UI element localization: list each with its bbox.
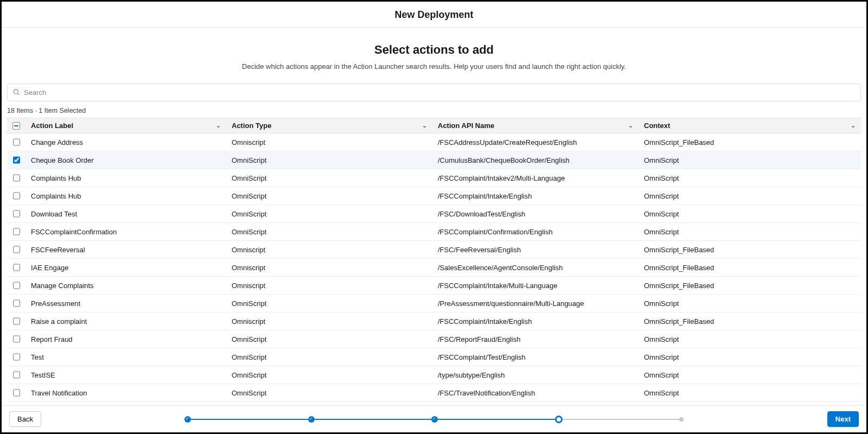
row-checkbox[interactable]	[13, 299, 20, 307]
cell-action-api: /PreAssessment/questionnaire/Multi-Langu…	[432, 296, 639, 311]
row-checkbox[interactable]	[13, 210, 20, 218]
cell-action-type: OmniScript	[226, 153, 432, 168]
row-checkbox[interactable]	[13, 192, 20, 200]
row-checkbox[interactable]	[13, 389, 20, 397]
row-checkbox[interactable]	[13, 335, 20, 343]
row-checkbox[interactable]	[13, 228, 20, 235]
cell-context: OmniScript	[639, 207, 861, 221]
cell-context: OmniScript_FileBased	[639, 260, 861, 275]
cell-action-api: /FSCComplaint/Intake/English	[432, 314, 639, 329]
progress-step-3	[431, 416, 438, 423]
row-checkbox[interactable]	[13, 317, 20, 325]
table-row[interactable]: TestISEOmniScript/type/subtype/EnglishOm…	[7, 366, 861, 384]
cell-context: OmniScript_FileBased	[639, 278, 861, 293]
progress-step-2	[308, 416, 315, 423]
row-checkbox[interactable]	[13, 264, 20, 271]
back-button[interactable]: Back	[9, 411, 41, 427]
cell-action-api: /SalesExcellence/AgentConsole/English	[432, 260, 639, 275]
cell-action-type: OmniScript	[226, 207, 432, 221]
cell-action-label: FSCComplaintConfirmation	[25, 225, 226, 239]
search-bar	[7, 84, 861, 101]
select-all-checkbox[interactable]	[12, 122, 20, 130]
cell-action-label: Travel Notification	[25, 386, 226, 400]
progress-step-1	[184, 416, 191, 423]
table-row[interactable]: Download TestOmniScript/FSC/DownloadTest…	[7, 205, 861, 223]
cell-action-label: Raise a complaint	[25, 314, 226, 329]
table-row[interactable]: PreAssessmentOmniScript/PreAssessment/qu…	[7, 295, 861, 312]
cell-action-api: /FSCAddressUpdate/CreateRequest/English	[432, 135, 639, 150]
cell-action-label: Report Fraud	[25, 332, 226, 347]
col-header-context[interactable]: Context ⌄	[639, 118, 861, 133]
next-button[interactable]: Next	[827, 411, 859, 427]
cell-action-label: Complaints Hub	[25, 189, 226, 203]
cell-context: OmniScript_FileBased	[639, 314, 861, 329]
cell-action-label: Change Address	[25, 135, 226, 150]
cell-action-api: /CumulusBank/ChequeBookOrder/English	[432, 153, 639, 168]
col-header-label: Context	[644, 122, 670, 130]
row-checkbox[interactable]	[13, 282, 20, 289]
actions-table: Action Label ⌄ Action Type ⌄ Action API …	[7, 118, 861, 405]
cell-action-type: Omniscript	[226, 260, 432, 275]
table-row[interactable]: Cheque Book OrderOmniScript/CumulusBank/…	[7, 151, 861, 169]
table-row[interactable]: Change AddressOmniscript/FSCAddressUpdat…	[7, 133, 861, 151]
cell-context: OmniScript_FileBased	[639, 135, 861, 150]
table-header-row: Action Label ⌄ Action Type ⌄ Action API …	[7, 118, 861, 133]
col-header-label: Action Type	[232, 122, 271, 130]
col-header-action-type[interactable]: Action Type ⌄	[226, 118, 432, 133]
row-checkbox[interactable]	[13, 371, 20, 379]
col-header-action-api[interactable]: Action API Name ⌄	[432, 118, 639, 133]
cell-context: OmniScript	[639, 332, 861, 347]
cell-context: OmniScript	[639, 296, 861, 311]
cell-context: OmniScript	[639, 386, 861, 400]
row-checkbox[interactable]	[13, 174, 20, 182]
table-row[interactable]: IAE EngageOmniscript/SalesExcellence/Age…	[7, 259, 861, 277]
cell-action-api: /FSC/DownloadTest/English	[432, 207, 639, 221]
cell-action-api: /FSCComplaint/Intake/English	[432, 189, 639, 203]
col-header-label: Action Label	[31, 122, 73, 130]
cell-action-api: /FSC/ReportFraud/English	[432, 332, 639, 347]
svg-point-0	[14, 89, 18, 93]
cell-action-label: Manage Complaints	[25, 278, 226, 293]
table-row[interactable]: FSCComplaintConfirmationOmniScript/FSCCo…	[7, 223, 861, 241]
table-row[interactable]: Raise a complaintOmniscript/FSCComplaint…	[7, 312, 861, 330]
table-row[interactable]: Travel NotificationOmniScript/FSC/Travel…	[7, 384, 861, 402]
cell-action-type: OmniScript	[226, 332, 432, 347]
cell-context: OmniScript	[639, 171, 861, 186]
cell-context: OmniScript	[639, 350, 861, 365]
col-header-action-label[interactable]: Action Label ⌄	[25, 118, 226, 133]
cell-action-label: Cheque Book Order	[25, 153, 226, 168]
cell-action-api: /FSC/FeeReversal/English	[432, 242, 639, 257]
cell-action-type: OmniScript	[226, 350, 432, 365]
table-row[interactable]: FSCFeeReversalOmniscript/FSC/FeeReversal…	[7, 241, 861, 259]
row-checkbox[interactable]	[13, 138, 20, 146]
cell-context: OmniScript	[639, 153, 861, 168]
cell-context: OmniScript	[639, 368, 861, 382]
table-row[interactable]: TestOmniScript/FSCComplaint/Test/English…	[7, 348, 861, 366]
cell-action-api: /FSCComplaint/Intake/Multi-Language	[432, 278, 639, 293]
cell-context: OmniScript	[639, 225, 861, 239]
cell-action-type: Omniscript	[226, 278, 432, 293]
table-row[interactable]: Complaints HubOmniScript/FSCComplaint/In…	[7, 169, 861, 187]
chevron-down-icon: ⌄	[847, 122, 856, 129]
cell-action-api: /FSCComplaint/Confirmation/English	[432, 225, 639, 239]
row-checkbox[interactable]	[13, 353, 20, 361]
table-row[interactable]: Complaints HubOmniScript/FSCComplaint/In…	[7, 187, 861, 205]
cell-action-label: Download Test	[25, 207, 226, 221]
search-input[interactable]	[7, 84, 861, 101]
table-row[interactable]: Report FraudOmniScript/FSC/ReportFraud/E…	[7, 330, 861, 348]
chevron-down-icon: ⌄	[625, 122, 633, 129]
cell-action-type: Omniscript	[226, 242, 432, 257]
cell-action-type: OmniScript	[226, 171, 432, 186]
cell-context: OmniScript	[639, 189, 861, 203]
section-heading: Select actions to add	[2, 43, 866, 57]
row-checkbox[interactable]	[13, 156, 20, 164]
svg-line-1	[18, 93, 20, 95]
table-row[interactable]: Manage ComplaintsOmniscript/FSCComplaint…	[7, 277, 861, 295]
row-checkbox[interactable]	[13, 246, 20, 253]
cell-action-api: /FSCComplaint/Intakev2/Multi-Language	[432, 171, 639, 186]
progress-step-4	[555, 416, 563, 423]
cell-context: OmniScript_FileBased	[639, 242, 861, 257]
cell-action-type: OmniScript	[226, 296, 432, 311]
section-subheading: Decide which actions appear in the Actio…	[2, 62, 866, 71]
cell-action-label: Complaints Hub	[25, 171, 226, 186]
